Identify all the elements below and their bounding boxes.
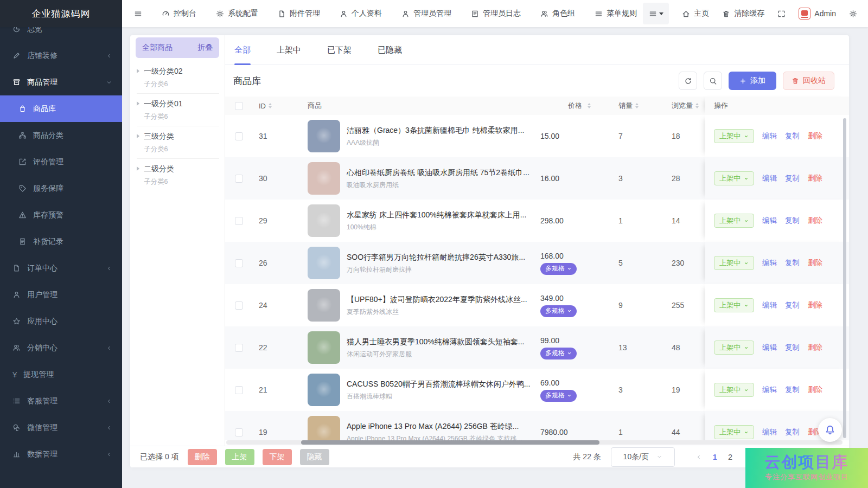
copy-link[interactable]: 复制 <box>785 216 800 226</box>
copy-link[interactable]: 复制 <box>785 343 800 352</box>
settings-button[interactable] <box>849 10 857 18</box>
sort-icon[interactable] <box>588 103 591 108</box>
sidebar-item-order-center[interactable]: 订单中心 <box>0 255 122 281</box>
vertical-scrollbar-thumb[interactable] <box>843 118 846 438</box>
recycle-bin-button[interactable]: 回收站 <box>783 72 834 90</box>
delete-link[interactable]: 删除 <box>808 343 822 352</box>
copy-link[interactable]: 复制 <box>785 174 800 183</box>
copy-link[interactable]: 复制 <box>785 131 800 141</box>
bulk-muted-button-3[interactable]: 隐藏 <box>300 449 329 465</box>
user-menu[interactable]: Admin <box>799 8 836 20</box>
row-checkbox[interactable] <box>235 175 243 183</box>
status-dropdown[interactable]: 上架中 <box>714 214 754 228</box>
search-button[interactable] <box>704 72 722 90</box>
delete-link[interactable]: 删除 <box>808 174 822 183</box>
nav-item-profile[interactable]: 个人资料 <box>340 9 382 18</box>
sidebar-item-withdraw-manage[interactable]: ¥提现管理 <box>0 361 122 388</box>
copy-link[interactable]: 复制 <box>785 427 800 437</box>
nav-item-system-config[interactable]: 系统配置 <box>216 9 258 18</box>
status-dropdown[interactable]: 上架中 <box>714 171 754 185</box>
category-tree-item[interactable]: 一级分类02子分类6 <box>137 61 219 94</box>
tab-0[interactable]: 全部 <box>234 35 251 65</box>
nav-item-admin-log[interactable]: 管理员日志 <box>471 9 521 18</box>
refresh-button[interactable] <box>679 72 697 90</box>
edit-link[interactable]: 编辑 <box>762 300 777 310</box>
sidebar-item-restock-record[interactable]: 补货记录 <box>0 228 122 255</box>
multi-spec-badge[interactable]: 多规格 <box>540 263 577 275</box>
multi-spec-badge[interactable]: 多规格 <box>540 348 577 359</box>
edit-link[interactable]: 编辑 <box>762 343 777 352</box>
page-size-select[interactable]: 10条/页 <box>611 447 675 467</box>
nav-item-role-group[interactable]: 角色组 <box>540 9 575 18</box>
bulk-danger-button-0[interactable]: 删除 <box>188 449 217 465</box>
status-dropdown[interactable]: 上架中 <box>714 341 754 355</box>
collapse-button[interactable]: 折叠 <box>197 43 213 53</box>
fullscreen-button[interactable] <box>777 10 786 18</box>
select-all-checkbox[interactable] <box>235 102 243 110</box>
bulk-danger-button-2[interactable]: 下架 <box>263 449 292 465</box>
category-tree-item[interactable]: 一级分类01子分类6 <box>137 94 219 126</box>
sidebar-item-review-manage[interactable]: 评价管理 <box>0 149 122 175</box>
sort-icon[interactable] <box>695 103 699 108</box>
row-checkbox[interactable] <box>235 259 243 267</box>
sidebar-item-app-center[interactable]: 应用中心 <box>0 308 122 335</box>
prev-page-button[interactable] <box>695 454 702 460</box>
sidebar-item-stock-warning[interactable]: 库存预警 <box>0 202 122 228</box>
sidebar-item-product-library[interactable]: 商品库 <box>0 95 122 122</box>
status-dropdown[interactable]: 上架中 <box>714 425 754 439</box>
row-checkbox[interactable] <box>235 428 243 436</box>
row-checkbox[interactable] <box>235 386 243 394</box>
sidebar-item-service-guarantee[interactable]: 服务保障 <box>0 175 122 202</box>
edit-link[interactable]: 编辑 <box>762 131 777 141</box>
copy-link[interactable]: 复制 <box>785 300 800 310</box>
nav-item-home[interactable]: 主页 <box>682 9 709 18</box>
horizontal-scrollbar-thumb[interactable] <box>301 440 599 445</box>
sidebar-item-user-manage[interactable]: 用户管理 <box>0 281 122 308</box>
page-number-1[interactable]: 1 <box>713 453 717 461</box>
nav-item-attachment[interactable]: 附件管理 <box>278 9 320 18</box>
nav-item-console[interactable]: 控制台 <box>162 9 196 18</box>
status-dropdown[interactable]: 上架中 <box>714 298 754 312</box>
edit-link[interactable]: 编辑 <box>762 427 777 437</box>
tab-2[interactable]: 已下架 <box>327 35 352 65</box>
sidebar-item-data-manage[interactable]: 数据管理 <box>0 441 122 467</box>
edit-link[interactable]: 编辑 <box>762 258 777 268</box>
sort-icon[interactable] <box>269 103 272 108</box>
status-dropdown[interactable]: 上架中 <box>714 129 754 143</box>
notification-bell-button[interactable] <box>818 418 842 442</box>
delete-link[interactable]: 删除 <box>808 131 822 141</box>
sidebar-item-product-category[interactable]: 商品分类 <box>0 122 122 149</box>
nav-item-admin-manage[interactable]: 管理员管理 <box>401 9 451 18</box>
sidebar-item-product-manage[interactable]: 商品管理 <box>0 69 122 95</box>
category-panel-header[interactable]: 全部商品 折叠 <box>136 37 219 58</box>
delete-link[interactable]: 删除 <box>808 216 822 226</box>
sidebar-item-distribution-center[interactable]: 分销中心 <box>0 335 122 361</box>
category-tree-item[interactable]: 二级分类子分类6 <box>137 159 219 191</box>
sidebar-item-wechat-manage[interactable]: 微信管理 <box>0 414 122 441</box>
multi-spec-badge[interactable]: 多规格 <box>540 305 577 317</box>
sidebar-toggle-button[interactable] <box>134 10 142 18</box>
status-dropdown[interactable]: 上架中 <box>714 383 754 397</box>
nav-item-clear-cache[interactable]: 清除缓存 <box>722 9 764 18</box>
edit-link[interactable]: 编辑 <box>762 216 777 226</box>
delete-link[interactable]: 删除 <box>808 258 822 268</box>
multi-spec-badge[interactable]: 多规格 <box>540 390 577 402</box>
tab-1[interactable]: 上架中 <box>277 35 301 65</box>
row-checkbox[interactable] <box>235 344 243 352</box>
nav-more-dropdown[interactable] <box>643 3 669 24</box>
sort-icon[interactable] <box>635 103 639 108</box>
nav-item-menu-rule[interactable]: 菜单规则 <box>595 9 637 18</box>
copy-link[interactable]: 复制 <box>785 385 800 395</box>
delete-link[interactable]: 删除 <box>808 300 822 310</box>
delete-link[interactable]: 删除 <box>808 385 822 395</box>
tab-3[interactable]: 已隐藏 <box>378 35 402 65</box>
row-checkbox[interactable] <box>235 132 243 140</box>
sidebar-item-customer-service[interactable]: 客服管理 <box>0 388 122 414</box>
sidebar-item-overview[interactable]: 总览 <box>0 27 122 42</box>
bulk-success-button-1[interactable]: 上架 <box>225 449 254 465</box>
row-checkbox[interactable] <box>235 217 243 225</box>
status-dropdown[interactable]: 上架中 <box>714 256 754 270</box>
add-button[interactable]: 添加 <box>729 72 776 90</box>
edit-link[interactable]: 编辑 <box>762 385 777 395</box>
row-checkbox[interactable] <box>235 301 243 310</box>
